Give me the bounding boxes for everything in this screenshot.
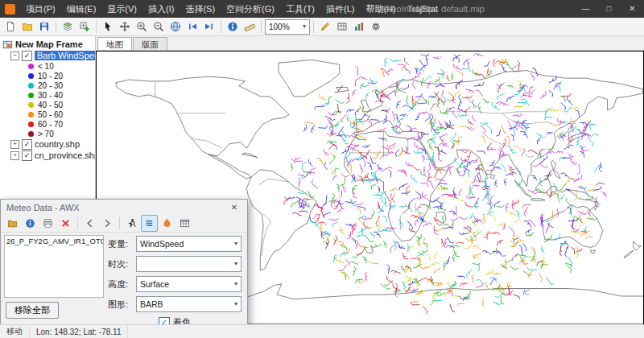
legend-class-row[interactable]: 10 - 20 (0, 71, 95, 80)
print-icon (43, 218, 53, 229)
tab-map[interactable]: 地图 (97, 37, 132, 50)
add-layer-button[interactable] (60, 19, 76, 35)
legend-class-row[interactable]: > 70 (0, 129, 95, 138)
menu-item[interactable]: 插件(L) (320, 0, 360, 18)
legend-class-color-dot (28, 64, 34, 69)
zoom-in-icon (136, 21, 147, 32)
legend-class-row[interactable]: 20 - 30 (0, 80, 95, 90)
level-label: 高度: (108, 278, 136, 291)
graphic-value: BARB (140, 299, 163, 309)
window-title: MeteoInfoMap - default.mip (377, 0, 485, 18)
identify-button[interactable] (225, 19, 241, 35)
open-project-button[interactable] (19, 19, 35, 35)
menu-item[interactable]: 编辑(E) (61, 0, 102, 18)
file-list-item[interactable]: 26_P_FY2G_AMV_IR1_OTG_2023062 (5, 236, 103, 246)
menu-item[interactable]: 插入(I) (142, 0, 180, 18)
legend-class-color-dot (28, 73, 34, 79)
collapse-icon[interactable]: − (10, 52, 19, 60)
remove-data-button[interactable] (57, 215, 74, 232)
runner-icon (126, 218, 137, 229)
list-icon (144, 218, 155, 229)
print-button[interactable] (39, 215, 56, 232)
layer-label: country.shp (35, 139, 80, 149)
layer-country[interactable]: + ✓ country.shp (0, 138, 95, 150)
layer-barb-windspeed[interactable]: − ✓ Barb WindSpeed (0, 50, 95, 61)
minimize-button[interactable]: — (574, 0, 597, 18)
settings-button[interactable] (368, 19, 384, 35)
meteo-data-dialog[interactable]: Meteo Data - AWX ✕ 26_P_FY2G_AMV_IR1_OTG… (0, 199, 248, 326)
expand-icon[interactable]: + (10, 151, 19, 160)
level-select[interactable]: Surface▾ (136, 276, 242, 292)
time-select[interactable]: ▾ (136, 256, 242, 272)
full-extent-button[interactable] (167, 19, 184, 35)
map-frame-node[interactable]: New Map Frame (0, 39, 95, 50)
variable-select[interactable]: WindSpeed▾ (136, 236, 242, 252)
data-info-button[interactable] (22, 215, 39, 232)
legend-class-row[interactable]: 40 - 50 (0, 100, 95, 109)
zoom-next-button[interactable] (201, 19, 217, 35)
legend-class-row[interactable]: 50 - 60 (0, 109, 95, 119)
legend-class-color-dot (28, 83, 34, 89)
save-button[interactable] (36, 19, 52, 35)
zoom-in-button[interactable] (134, 19, 150, 35)
chevron-down-icon: ▾ (234, 281, 237, 287)
legend-class-row[interactable]: < 10 (0, 61, 95, 71)
expand-icon[interactable]: + (10, 140, 19, 149)
legend-class-row[interactable]: 60 - 70 (0, 119, 95, 129)
legend-class-color-dot (28, 112, 34, 117)
measure-button[interactable] (242, 19, 258, 35)
data-table-button[interactable] (176, 215, 193, 232)
open-data-button[interactable] (4, 215, 21, 232)
legend-class-color-dot (28, 93, 34, 98)
pencil-icon (320, 21, 331, 32)
dialog-title-bar[interactable]: Meteo Data - AWX ✕ (1, 200, 247, 215)
zoom-level-combo[interactable]: 100%▾ (265, 19, 310, 35)
layer-checkbox[interactable]: ✓ (22, 150, 32, 161)
open-folder-icon (22, 21, 33, 32)
menu-item[interactable]: 显示(V) (101, 0, 142, 18)
zoom-out-button[interactable] (151, 19, 167, 35)
info-icon (25, 218, 35, 229)
pan-button[interactable] (117, 19, 133, 35)
data-list-button[interactable] (141, 215, 158, 232)
zoom-previous-button[interactable] (184, 19, 200, 35)
graphic-select[interactable]: BARB▾ (136, 296, 242, 312)
file-list[interactable]: 26_P_FY2G_AMV_IR1_OTG_2023062 (4, 235, 104, 298)
layer-checkbox[interactable]: ✓ (22, 51, 32, 61)
status-coordinates: Lon: 148.32; Lat: -78.11 (30, 325, 128, 338)
map-frame-label: New Map Frame (15, 39, 83, 49)
close-button[interactable]: ✕ (621, 0, 644, 18)
layer-cn-province[interactable]: + ✓ cn_province.shp (0, 150, 95, 161)
animate-button[interactable] (123, 215, 140, 232)
chevron-down-icon: ▾ (234, 241, 237, 247)
toolbar-separator (313, 21, 314, 33)
menu-item[interactable]: 空间分析(G) (221, 0, 280, 18)
menu-item[interactable]: 工具(T) (280, 0, 320, 18)
app-logo-icon (5, 4, 15, 14)
dialog-body: 26_P_FY2G_AMV_IR1_OTG_2023062 移除全部 变量: W… (1, 233, 247, 325)
maximize-button[interactable]: □ (597, 0, 621, 18)
remove-all-button[interactable]: 移除全部 (6, 302, 59, 319)
tab-layout[interactable]: 版面 (133, 37, 167, 50)
previous-time-button[interactable] (81, 215, 98, 232)
menu-item[interactable]: 项目(P) (20, 0, 61, 18)
attribute-table-button[interactable] (334, 19, 350, 35)
edit-button[interactable] (317, 19, 333, 35)
chevron-down-icon: ▾ (303, 23, 306, 30)
flame-icon (162, 218, 172, 229)
toolbar-separator (261, 21, 262, 33)
layer-label: cn_province.shp (35, 150, 96, 160)
dialog-close-button[interactable]: ✕ (227, 203, 242, 212)
new-file-button[interactable] (2, 19, 19, 35)
legend-class-label: > 70 (38, 130, 54, 138)
menu-item[interactable]: 选择(S) (180, 0, 221, 18)
graphic-label: 图形: (108, 299, 136, 311)
chart-button[interactable] (351, 19, 367, 35)
select-button[interactable] (100, 19, 116, 35)
open-folder-icon (7, 218, 18, 229)
legend-class-row[interactable]: 30 - 40 (0, 90, 95, 100)
add-data-button[interactable] (76, 19, 93, 35)
layer-checkbox[interactable]: ✓ (22, 139, 32, 150)
next-time-button[interactable] (99, 215, 116, 232)
draw-button[interactable] (159, 215, 175, 232)
